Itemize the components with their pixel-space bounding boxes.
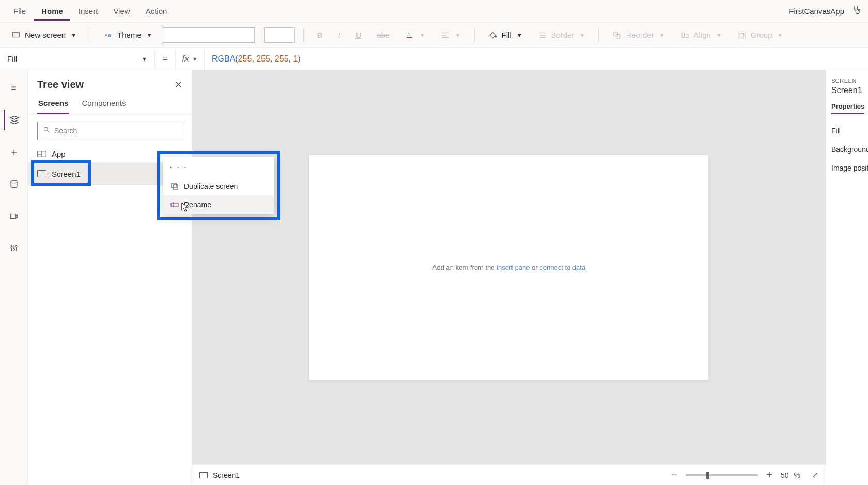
tab-screens[interactable]: Screens bbox=[37, 95, 69, 114]
left-sidebar: ≡ ＋ bbox=[0, 70, 28, 485]
breadcrumb-screen-name[interactable]: Screen1 bbox=[213, 471, 240, 479]
chevron-down-icon: ▼ bbox=[455, 32, 461, 38]
svg-rect-20 bbox=[10, 214, 16, 219]
svg-point-9 bbox=[495, 36, 497, 37]
fit-to-window-icon[interactable]: ⤢ bbox=[812, 470, 818, 480]
svg-point-25 bbox=[13, 249, 14, 250]
svg-rect-32 bbox=[172, 183, 176, 188]
border-icon bbox=[538, 31, 547, 40]
equals-label: = bbox=[155, 48, 176, 70]
fx-button[interactable]: fx ▼ bbox=[176, 48, 205, 70]
new-screen-button[interactable]: New screen ▼ bbox=[6, 27, 82, 43]
properties-panel: SCREEN Screen1 Properties Fill Backgroun… bbox=[826, 70, 868, 485]
insert-icon[interactable]: ＋ bbox=[4, 142, 24, 162]
tree-search[interactable] bbox=[37, 122, 182, 140]
zoom-slider[interactable] bbox=[686, 474, 758, 476]
prop-row-image-position[interactable]: Image posit bbox=[831, 159, 863, 177]
properties-tab[interactable]: Properties bbox=[831, 102, 864, 114]
chevron-down-icon: ▼ bbox=[580, 32, 585, 38]
ribbon-separator bbox=[90, 28, 90, 42]
zoom-in-button[interactable]: + bbox=[763, 469, 776, 481]
ribbon-separator bbox=[598, 28, 599, 42]
strikethrough-button[interactable]: abc bbox=[372, 27, 395, 42]
svg-rect-17 bbox=[738, 32, 746, 39]
app-checker-icon[interactable] bbox=[851, 5, 862, 18]
media-icon[interactable] bbox=[4, 206, 24, 226]
svg-rect-18 bbox=[740, 33, 744, 37]
formula-fn: RGBA bbox=[212, 54, 235, 64]
prop-row-background[interactable]: Background bbox=[831, 140, 863, 159]
menu-action[interactable]: Action bbox=[138, 2, 175, 21]
reorder-button[interactable]: Reorder ▼ bbox=[607, 27, 670, 43]
context-rename[interactable]: Rename bbox=[163, 195, 274, 214]
chevron-down-icon: ▼ bbox=[420, 32, 425, 38]
svg-point-24 bbox=[11, 246, 12, 248]
advanced-tools-icon[interactable] bbox=[4, 238, 24, 259]
theme-button[interactable]: Aa Theme ▼ bbox=[99, 27, 158, 43]
svg-rect-5 bbox=[407, 37, 412, 38]
cursor-icon bbox=[181, 202, 190, 213]
chevron-down-icon: ▼ bbox=[716, 32, 722, 38]
menu-home[interactable]: Home bbox=[34, 2, 70, 21]
ribbon-separator bbox=[474, 28, 475, 42]
bold-button[interactable]: B bbox=[312, 27, 328, 42]
theme-label: Theme bbox=[117, 31, 142, 39]
screen-icon bbox=[11, 31, 21, 40]
font-color-button[interactable]: A ▼ bbox=[400, 27, 430, 43]
context-duplicate-screen[interactable]: Duplicate screen bbox=[163, 177, 274, 195]
context-item-label: Duplicate screen bbox=[184, 182, 238, 190]
data-icon[interactable] bbox=[4, 174, 24, 194]
hamburger-icon[interactable]: ≡ bbox=[4, 78, 24, 98]
screen-canvas[interactable]: Add an item from the insert pane or conn… bbox=[309, 155, 708, 380]
insert-pane-link[interactable]: insert pane bbox=[497, 264, 530, 271]
paren: ) bbox=[298, 54, 300, 64]
svg-point-0 bbox=[858, 9, 860, 11]
align-left-icon bbox=[441, 31, 450, 40]
tutorial-highlight-context: · · · Duplicate screen Rename bbox=[157, 151, 280, 220]
prop-row-fill[interactable]: Fill bbox=[831, 122, 863, 140]
chevron-down-icon: ▼ bbox=[778, 32, 783, 38]
svg-text:A: A bbox=[407, 31, 410, 37]
group-button[interactable]: Group ▼ bbox=[732, 27, 788, 43]
connect-data-link[interactable]: connect to data bbox=[539, 264, 585, 271]
menu-file[interactable]: File bbox=[6, 2, 33, 21]
canvas-hint: Add an item from the insert pane or conn… bbox=[432, 264, 585, 271]
menu-bar: File Home Insert View Action FirstCanvas… bbox=[0, 0, 868, 23]
zoom-out-button[interactable]: − bbox=[668, 469, 680, 481]
tree-view-icon[interactable] bbox=[4, 110, 24, 130]
paint-bucket-icon bbox=[488, 31, 498, 40]
border-button[interactable]: Border ▼ bbox=[533, 27, 591, 43]
menu-insert[interactable]: Insert bbox=[71, 2, 105, 21]
font-family-select[interactable] bbox=[163, 27, 255, 43]
search-input[interactable] bbox=[54, 127, 177, 135]
italic-button[interactable]: I bbox=[333, 27, 346, 42]
align-button[interactable]: Align ▼ bbox=[675, 27, 727, 43]
property-selector[interactable]: Fill ▼ bbox=[0, 48, 155, 70]
app-icon bbox=[37, 150, 47, 158]
svg-text:A: A bbox=[105, 33, 108, 38]
group-icon bbox=[737, 31, 747, 40]
close-icon[interactable]: ✕ bbox=[175, 79, 182, 90]
menu-bar-right: FirstCanvasApp bbox=[789, 5, 862, 18]
formula-input[interactable]: RGBA(255, 255, 255, 1) bbox=[205, 48, 868, 70]
menu-view[interactable]: View bbox=[106, 2, 137, 21]
breadcrumb-screen-icon bbox=[199, 472, 208, 478]
comma: , bbox=[270, 54, 275, 64]
property-selector-label: Fill bbox=[7, 54, 17, 63]
tab-components[interactable]: Components bbox=[81, 95, 127, 114]
zoom-control: − + 50 % ⤢ bbox=[668, 469, 818, 481]
hint-text: or bbox=[530, 264, 539, 271]
arg: 1 bbox=[293, 54, 298, 64]
text-align-button[interactable]: ▼ bbox=[436, 27, 466, 43]
fill-button[interactable]: Fill ▼ bbox=[483, 27, 528, 43]
svg-rect-16 bbox=[686, 34, 688, 37]
font-size-select[interactable] bbox=[264, 27, 295, 43]
underline-button[interactable]: U bbox=[351, 27, 367, 42]
svg-rect-13 bbox=[614, 32, 618, 36]
tree-item-label: App bbox=[52, 149, 66, 158]
svg-text:a: a bbox=[108, 33, 111, 38]
tree-item-label: Screen1 bbox=[52, 170, 81, 178]
tree-tabs: Screens Components bbox=[28, 95, 192, 114]
fill-label: Fill bbox=[502, 31, 512, 39]
zoom-thumb[interactable] bbox=[706, 472, 709, 479]
